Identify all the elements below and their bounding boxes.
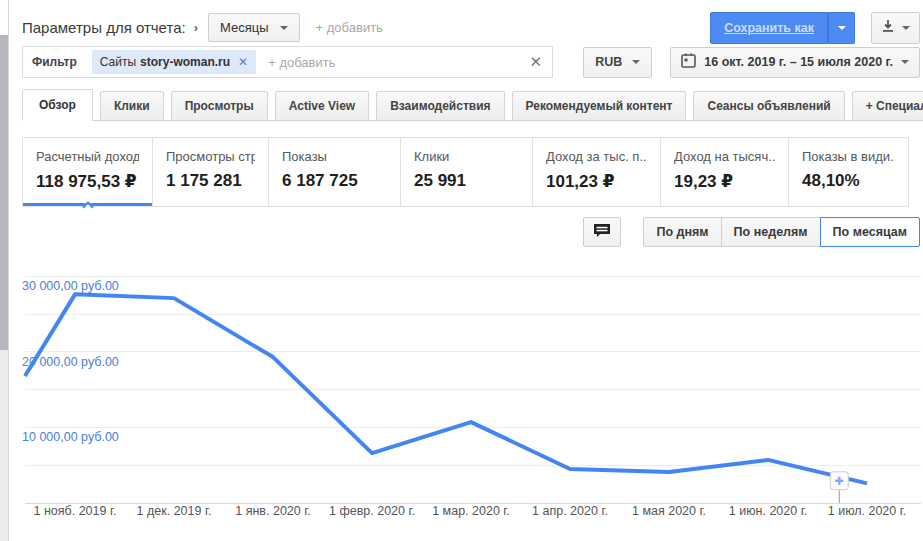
save-as-dropdown[interactable]: [828, 12, 855, 44]
chip-value: story-woman.ru: [140, 55, 230, 69]
metric-summary-row: Расчетный доход 118 975,53 ₽ Просмотры с…: [22, 137, 909, 207]
annotations-button[interactable]: [583, 217, 621, 247]
tab-clicks[interactable]: Клики: [100, 91, 164, 121]
currency-dropdown[interactable]: RUB: [583, 47, 652, 78]
metric-card-clicks[interactable]: Клики 25 991: [401, 138, 533, 206]
chip-prefix: Сайты: [100, 55, 136, 69]
metric-label: Расчетный доход: [36, 149, 139, 164]
filter-label: Фильтр: [32, 55, 77, 69]
revenue-line: [25, 294, 867, 483]
metric-label: Клики: [414, 149, 519, 164]
tab-ad-sessions[interactable]: Сеансы объявлений: [693, 91, 844, 121]
x-axis-tick-label: 1 янв. 2020 г.: [235, 504, 310, 518]
x-axis-tick-label: 1 февр. 2020 г.: [329, 504, 415, 518]
currency-label: RUB: [595, 55, 622, 69]
chevron-right-icon: ›: [194, 20, 198, 35]
y-axis-tick-label: 10 000,00 руб.00: [22, 430, 119, 444]
comment-icon: [593, 223, 611, 241]
tab-views[interactable]: Просмотры: [171, 91, 268, 121]
caret-down-icon: [838, 26, 846, 30]
metric-card-revenue-per-1000-impressions[interactable]: Доход за тыс. п... 101,23 ₽: [533, 138, 661, 206]
metric-value: 48,10%: [802, 171, 895, 191]
metric-label: Доход на тысяч...: [674, 149, 775, 164]
overview-chart: 30 000,00 руб.0020 000,00 руб.0010 000,0…: [0, 262, 923, 537]
caret-down-icon: [901, 60, 909, 64]
filter-clear-icon[interactable]: ✕: [529, 53, 542, 71]
metric-card-viewability[interactable]: Показы в види... 48,10%: [789, 138, 908, 206]
caret-down-icon: [902, 26, 910, 30]
selected-card-notch: [82, 201, 93, 212]
interval-by-month[interactable]: По месяцам: [820, 217, 920, 247]
tab-interactions[interactable]: Взаимодействия: [376, 91, 504, 121]
download-icon: [881, 19, 895, 36]
metric-card-revenue-per-1000-sessions[interactable]: Доход на тысяч... 19,23 ₽: [661, 138, 789, 206]
report-type-dropdown[interactable]: Месяцы: [208, 13, 300, 42]
x-axis-tick-label: 1 апр. 2020 г.: [532, 504, 608, 518]
x-axis-tick-label: 1 мая 2020 г.: [632, 504, 706, 518]
metric-card-page-views[interactable]: Просмотры стр... 1 175 281: [153, 138, 269, 206]
date-range-button[interactable]: 16 окт. 2019 г. – 15 июля 2020 г.: [670, 47, 920, 78]
report-header: Параметры для отчета: › Месяцы + добавит…: [22, 0, 920, 44]
tab-active-view[interactable]: Active View: [275, 91, 369, 121]
y-axis-tick-label: 30 000,00 руб.00: [22, 279, 119, 293]
filter-add-placeholder[interactable]: + добавить: [268, 55, 335, 70]
metric-value: 1 175 281: [166, 171, 255, 191]
metric-value: 25 991: [414, 171, 519, 191]
x-axis-tick-label: 1 июл. 2020 г.: [828, 504, 907, 518]
metric-card-estimated-revenue[interactable]: Расчетный доход 118 975,53 ₽: [23, 138, 153, 206]
metric-label: Показы в види...: [802, 149, 895, 164]
interval-segmented-control: По дням По неделям По месяцам: [643, 217, 920, 247]
metric-value: 19,23 ₽: [674, 171, 775, 192]
filter-chip-sites[interactable]: Сайты story-woman.ru ✕: [92, 50, 256, 74]
interval-by-day[interactable]: По дням: [643, 217, 721, 247]
filter-bar[interactable]: Фильтр Сайты story-woman.ru ✕ + добавить…: [22, 46, 553, 78]
x-axis-tick-label: 1 дек. 2019 г.: [137, 504, 212, 518]
metric-label: Доход за тыс. п...: [546, 149, 647, 164]
metric-label: Просмотры стр...: [166, 149, 255, 164]
save-as-split-button: Сохранить как: [710, 12, 855, 44]
download-button[interactable]: [871, 12, 920, 44]
chart-controls: По дням По неделям По месяцам: [22, 217, 920, 247]
report-tabs: Обзор Клики Просмотры Active View Взаимо…: [22, 91, 920, 121]
tab-custom[interactable]: + Специальные: [852, 91, 923, 121]
x-axis-tick-label: 1 июн. 2020 г.: [729, 504, 807, 518]
interval-by-week[interactable]: По неделям: [721, 217, 821, 247]
add-parameter-link[interactable]: + добавить: [316, 20, 383, 35]
x-axis-tick-label: 1 нояб. 2019 г.: [34, 504, 117, 518]
chip-remove-icon[interactable]: ✕: [238, 55, 248, 69]
x-axis-tick-label: 1 мар. 2020 г.: [432, 504, 510, 518]
metric-card-impressions[interactable]: Показы 6 187 725: [269, 138, 401, 206]
revenue-line-chart: 30 000,00 руб.0020 000,00 руб.0010 000,0…: [0, 262, 923, 537]
date-range-label: 16 окт. 2019 г. – 15 июля 2020 г.: [704, 55, 893, 69]
metric-value: 118 975,53 ₽: [36, 171, 139, 192]
report-type-label: Месяцы: [220, 20, 269, 35]
tab-overview[interactable]: Обзор: [22, 89, 93, 121]
tab-recommended-content[interactable]: Рекомендуемый контент: [512, 91, 687, 121]
caret-down-icon: [280, 26, 288, 30]
save-as-button[interactable]: Сохранить как: [710, 12, 828, 44]
caret-down-icon: [632, 60, 640, 64]
metric-value: 6 187 725: [282, 171, 387, 191]
metric-label: Показы: [282, 149, 387, 164]
calendar-icon: [681, 53, 696, 71]
page-title: Параметры для отчета:: [22, 19, 186, 36]
metric-value: 101,23 ₽: [546, 171, 647, 192]
